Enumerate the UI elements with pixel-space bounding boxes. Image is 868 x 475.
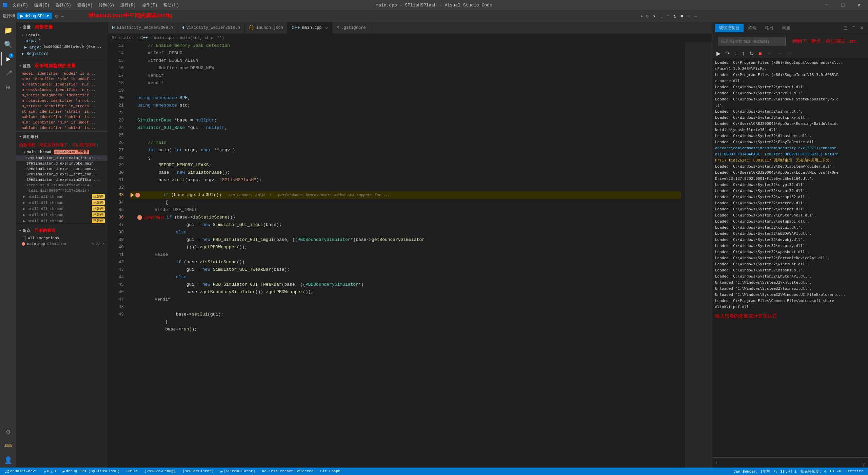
watch-item-sim[interactable]: sim: identifier 'sim' is undef... <box>16 76 107 82</box>
minimap[interactable] <box>685 42 712 468</box>
restart-btn[interactable]: ↻ <box>672 13 677 19</box>
line-col-item[interactable]: 行 33，列 1 <box>772 469 798 474</box>
output-tab[interactable]: 输出 <box>761 24 777 32</box>
menu-view[interactable]: 查看(V) <box>75 2 96 9</box>
panel-layout-btn[interactable]: ☰ <box>842 24 849 31</box>
stack-frame-main[interactable]: SPHSimulator_d.exe!main(int ar... <box>16 155 107 161</box>
debug-config-status-item[interactable]: ▶ debug SPH (SplisHSPlasH) <box>61 468 122 475</box>
continue-btn[interactable]: ⚙ <box>645 13 650 19</box>
breakpoint-indicator-36[interactable] <box>137 215 142 220</box>
watch-item-initialneighbors[interactable]: m_initialNeighbors: identifier... <box>16 93 107 98</box>
close-button[interactable]: ✕ <box>852 2 865 8</box>
ntdll-thread-3[interactable]: ▶ ntdll.dll thread 已暂停 <box>16 206 107 212</box>
variables-header[interactable]: ▾ 变量 局部变量 <box>16 22 107 32</box>
console-output[interactable]: Loaded 'C:\Program Files (x86)\SogoInput… <box>712 58 868 457</box>
tab-viscosity[interactable]: H Viscosity_Weiler2018.h <box>177 22 244 34</box>
settings-icon[interactable]: ⚙ <box>54 13 58 20</box>
watch-header[interactable]: ▾ 监视 双击增加监视的变量 <box>16 61 107 71</box>
menu-terminal[interactable]: 操作(T) <box>139 2 160 9</box>
debug-run-button[interactable]: ▶ debug SPH ▾ <box>17 13 52 19</box>
errors-item[interactable]: ⊗ 0 ⚠ 0 <box>42 468 58 475</box>
menu-run[interactable]: 运行(R) <box>118 2 139 9</box>
debug-console-tab[interactable]: 调试控制台 <box>715 24 744 32</box>
main-thread-group[interactable]: ▾ Main Thread BREAKPOINT 已暂停 <box>16 149 107 155</box>
menu-file[interactable]: 文件(F) <box>10 2 31 9</box>
tab-close-main[interactable]: ✕ <box>325 25 328 31</box>
panel-close-btn[interactable]: ✕ <box>859 24 865 31</box>
source-control-icon[interactable]: ⎇ <box>1 66 15 80</box>
stack-frame-scrt2[interactable]: SPHSimulator_d.exe!__scrt_com... <box>16 172 107 177</box>
step-over-btn[interactable]: ↷ <box>651 13 657 19</box>
debug-step-into-icon[interactable]: ↓ <box>733 50 738 57</box>
var-registers[interactable]: ▶ Registers <box>16 51 107 57</box>
debug-action-toolbar[interactable]: ► ⚙ ↷ ↓ ↑ ↻ ■ ⊞ ⋯ <box>641 10 698 22</box>
more-icon[interactable]: ⋯ <box>61 13 65 20</box>
debug-step-out-icon[interactable]: ↑ <box>741 50 746 57</box>
call-stack-header[interactable]: ▾ 调用堆栈 <box>16 132 107 141</box>
debug-controls-bar[interactable]: 调试控制台 终端 输出 问题 ☰ ⌃ ✕ <box>712 22 868 34</box>
bc-main-func[interactable]: main(int, char **) <box>180 36 224 40</box>
git-branch-item[interactable]: ⎇ chunlei-dev* <box>3 468 39 475</box>
right-panel-actions[interactable]: ☰ ⌃ ✕ <box>842 24 865 31</box>
debug-back-icon[interactable]: ← <box>765 50 773 57</box>
breakpoints-header[interactable]: ▾ 断点 已有的断点 <box>16 226 107 235</box>
run-debug-icon[interactable]: ▶ 1 <box>1 52 15 65</box>
menu-select[interactable]: 选择(S) <box>53 2 74 9</box>
bp-close-icon[interactable]: × <box>102 242 105 246</box>
debug-forward-icon[interactable]: → <box>775 50 784 57</box>
watch-item-restvolumes1[interactable]: m_restVolumes: identifier 'm_r... <box>16 82 107 87</box>
code-content[interactable]: // Enable memory leak detection #ifdef _… <box>126 42 685 468</box>
watch-item-restvolumes2[interactable]: m_restVolumes: identifier 'm_r... <box>16 87 107 93</box>
watch-item-rotations[interactable]: m_rotations: identifier 'm_rot... <box>16 98 107 103</box>
git-graph-item[interactable]: Git Graph <box>318 468 342 475</box>
watch-item-mf[interactable]: m_F: identifier 'm_F' is undef... <box>16 120 107 125</box>
watch-item-strain[interactable]: strain: identifier 'strain' is... <box>16 109 107 114</box>
step-out-btn[interactable]: ↑ <box>665 14 671 19</box>
run-status-item[interactable]: ▶ [SPHSimulator] <box>219 468 257 475</box>
bc-simulator[interactable]: Simulator <box>112 36 134 40</box>
minimize-button[interactable]: ─ <box>820 2 833 8</box>
terminal-tab[interactable]: 终端 <box>744 24 761 32</box>
line-endings-item[interactable]: Prettier <box>843 469 865 473</box>
breakpoint-indicator-33[interactable] <box>135 193 140 197</box>
stack-frame-scrt1[interactable]: SPHSimulator_d.exe!__scrt_com... <box>16 166 107 172</box>
stack-frame-invoke[interactable]: SPHSimulator_d.exe!invoke_main <box>16 161 107 166</box>
stop-btn[interactable]: ■ <box>679 14 685 19</box>
jan-bender-item[interactable]: Jan Bender, 3年前 <box>732 469 772 474</box>
columns-btn[interactable]: ⊞ <box>686 13 691 19</box>
extensions-icon[interactable]: ⊞ <box>1 80 15 94</box>
ntdll-thread-5[interactable]: ▶ ntdll.dll thread 已暂停 <box>16 218 107 224</box>
scroll-down-icon[interactable]: ⌄ <box>862 459 865 467</box>
main-cpp-breakpoint[interactable]: main.cpp Simulator ✎ 33 × <box>16 241 107 247</box>
menu-bar[interactable]: 文件(F) 编辑(E) 选择(S) 查看(V) 转到(G) 运行(R) 操作(T… <box>10 2 182 9</box>
debug-continue-icon[interactable]: ▶ <box>715 50 722 57</box>
no-test-preset-item[interactable]: No Test Preset Selected <box>260 468 316 475</box>
debug-stop-icon[interactable]: ■ <box>757 50 763 57</box>
debug-step-over-icon[interactable]: ↷ <box>724 50 731 57</box>
tab-main-cpp[interactable]: C++ main.cpp ✕ <box>288 22 332 34</box>
encoding-item[interactable]: UTF-8 <box>828 469 843 473</box>
bc-main-cpp[interactable]: main.cpp <box>154 36 174 40</box>
menu-goto[interactable]: 转到(G) <box>96 2 117 9</box>
watch-item-nablau2[interactable]: nablaU: identifier 'nablaU' is... <box>16 125 107 131</box>
ntdll-thread-4[interactable]: ▶ ntdll.dll thread 已暂停 <box>16 212 107 218</box>
json-icon[interactable]: JSON <box>1 439 15 453</box>
watch-item-nablau1[interactable]: nablaU: identifier 'nablaU' is... <box>16 114 107 120</box>
bp-edit-icon[interactable]: ✎ <box>92 242 94 246</box>
explorer-icon[interactable]: 📁 <box>1 23 15 37</box>
stack-frame-crtstart[interactable]: SPHSimulator_d.exe!mainCRTStar... <box>16 177 107 183</box>
remote-icon[interactable]: ⚙ <box>1 425 15 438</box>
window-controls[interactable]: ─ □ ✕ <box>820 2 865 8</box>
search-icon[interactable]: 🔍 <box>1 38 15 51</box>
filter-input[interactable] <box>718 37 786 46</box>
sph-status-item[interactable]: [SPHSimulator] <box>180 468 216 475</box>
menu-edit[interactable]: 编辑(E) <box>32 2 53 9</box>
ntdll-thread-2[interactable]: ▶ ntdll.dll thread 已暂停 <box>16 200 107 206</box>
tab-gitignore[interactable]: M .gitignore <box>332 22 370 34</box>
spaces-item[interactable]: 制表符长度: 4 <box>798 469 828 474</box>
stack-frame-kernel32[interactable]: kernel32.dll!10007ff914f7614... <box>16 183 107 188</box>
watch-item-model[interactable]: model: identifier 'model' is u... <box>16 71 107 76</box>
all-exceptions-checkbox[interactable] <box>22 236 26 240</box>
bottom-icon[interactable]: 👤 <box>1 453 15 467</box>
watch-item-stress[interactable]: m_stress: identifier 'm_stress... <box>16 103 107 109</box>
